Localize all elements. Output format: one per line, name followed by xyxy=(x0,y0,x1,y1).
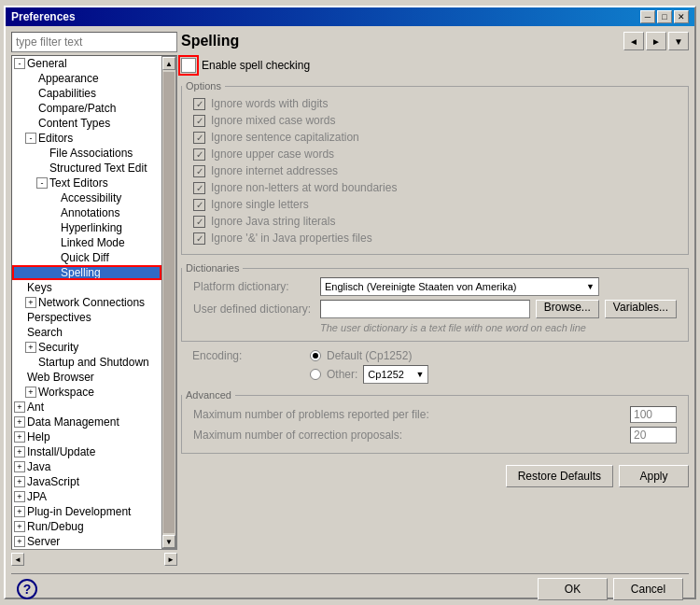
tree-item-security[interactable]: +Security xyxy=(12,340,161,355)
tree-item-workspace[interactable]: +Workspace xyxy=(12,385,161,400)
tree-item-content-types[interactable]: Content Types xyxy=(12,116,161,131)
dict-grid: Platform dictionary: Englisch (Vereinigt… xyxy=(193,277,677,333)
expander-java[interactable]: + xyxy=(14,461,25,472)
tree-item-accessibility[interactable]: Accessibility xyxy=(12,190,161,205)
expander-spacer-spelling xyxy=(48,267,59,278)
tree-item-startup-shutdown[interactable]: Startup and Shutdown xyxy=(12,355,161,370)
tree-item-text-editors[interactable]: -Text Editors xyxy=(12,176,161,190)
platform-dict-dropdown[interactable]: Englisch (Vereinigte Staaten von Amerika… xyxy=(320,277,599,296)
expander-run-debug[interactable]: + xyxy=(14,521,25,532)
tree-label-quick-diff: Quick Diff xyxy=(61,251,109,264)
expander-security[interactable]: + xyxy=(25,342,36,353)
option-checkbox-6[interactable] xyxy=(193,199,205,211)
option-checkbox-8[interactable] xyxy=(193,232,205,245)
apply-button[interactable]: Apply xyxy=(619,465,689,487)
max-problems-input[interactable] xyxy=(630,406,677,423)
expander-plugin-dev[interactable]: + xyxy=(14,506,25,517)
tree-item-file-assoc[interactable]: File Associations xyxy=(12,146,161,161)
default-encoding-radio[interactable] xyxy=(310,350,321,361)
expander-spacer-file-assoc xyxy=(36,148,48,159)
right-header: Spelling ◄ ► ▼ xyxy=(181,32,689,50)
tree-item-quick-diff[interactable]: Quick Diff xyxy=(12,250,161,265)
options-legend: Options xyxy=(182,80,225,91)
tree-item-server[interactable]: +Server xyxy=(12,534,161,549)
max-corrections-input[interactable] xyxy=(630,427,677,443)
search-input[interactable] xyxy=(11,32,177,52)
encoding-label: Encoding: xyxy=(192,349,304,362)
tree-item-install-update[interactable]: +Install/Update xyxy=(12,444,161,459)
option-checkbox-5[interactable] xyxy=(193,182,205,194)
expander-editors[interactable]: - xyxy=(25,133,36,144)
expander-network-connections[interactable]: + xyxy=(25,297,36,308)
expander-spacer-quick-diff xyxy=(48,252,59,263)
tree-label-search: Search xyxy=(27,326,63,339)
tree-item-appearance[interactable]: Appearance xyxy=(12,71,161,86)
tree-item-search[interactable]: Search xyxy=(12,325,161,340)
tree-item-javascript[interactable]: +JavaScript xyxy=(12,474,161,489)
variables-button[interactable]: Variables... xyxy=(605,300,677,318)
scroll-right-arrow[interactable]: ► xyxy=(164,553,177,566)
tree-item-structured-text[interactable]: Structured Text Edit xyxy=(12,161,161,176)
option-checkbox-7[interactable] xyxy=(193,216,205,228)
option-checkbox-0[interactable] xyxy=(193,98,205,110)
tree-label-linked-mode: Linked Mode xyxy=(61,236,125,249)
expander-help[interactable]: + xyxy=(14,431,25,443)
scroll-left-arrow[interactable]: ◄ xyxy=(11,553,24,566)
other-encoding-radio[interactable] xyxy=(310,369,321,380)
expander-jpa[interactable]: + xyxy=(14,491,25,502)
tree-item-keys[interactable]: Keys xyxy=(12,280,161,295)
back-button[interactable]: ◄ xyxy=(623,32,644,50)
maximize-button[interactable]: □ xyxy=(657,10,672,23)
tree-item-perspectives[interactable]: Perspectives xyxy=(12,310,161,325)
tree-item-compare-patch[interactable]: Compare/Patch xyxy=(12,101,161,116)
tree-item-jpa[interactable]: +JPA xyxy=(12,489,161,504)
option-checkbox-4[interactable] xyxy=(193,165,205,177)
enable-spell-checking-checkbox[interactable] xyxy=(181,58,196,73)
option-checkbox-2[interactable] xyxy=(193,132,205,144)
expander-server[interactable]: + xyxy=(14,536,25,547)
tree-item-linked-mode[interactable]: Linked Mode xyxy=(12,235,161,250)
scroll-down-arrow[interactable]: ▼ xyxy=(162,535,175,548)
expander-ant[interactable]: + xyxy=(14,401,25,413)
browse-button[interactable]: Browse... xyxy=(536,300,599,318)
expander-general[interactable]: - xyxy=(14,58,25,69)
tree-item-help[interactable]: +Help xyxy=(12,429,161,444)
cancel-button[interactable]: Cancel xyxy=(613,578,683,600)
encoding-dropdown[interactable]: Cp1252 ▼ xyxy=(363,365,428,384)
tree-label-perspectives: Perspectives xyxy=(27,311,91,324)
expander-data-management[interactable]: + xyxy=(14,416,25,428)
tree-item-java[interactable]: +Java xyxy=(12,459,161,474)
option-checkbox-3[interactable] xyxy=(193,148,205,161)
tree-item-spelling[interactable]: Spelling xyxy=(12,265,161,280)
tree-item-plugin-dev[interactable]: +Plug-in Development xyxy=(12,504,161,519)
expander-javascript[interactable]: + xyxy=(14,476,25,487)
tree-item-web-browser[interactable]: Web Browser xyxy=(12,370,161,385)
restore-defaults-button[interactable]: Restore Defaults xyxy=(506,465,613,487)
tree-item-ant[interactable]: +Ant xyxy=(12,400,161,415)
scroll-up-arrow[interactable]: ▲ xyxy=(162,57,175,70)
tree-item-general[interactable]: -General xyxy=(12,56,161,71)
tree-item-editors[interactable]: -Editors xyxy=(12,131,161,146)
close-button[interactable]: ✕ xyxy=(674,10,689,23)
bottom-bar: Restore Defaults Apply xyxy=(181,461,689,487)
user-dict-input[interactable] xyxy=(320,300,530,318)
minimize-button[interactable]: ─ xyxy=(640,10,655,23)
expander-install-update[interactable]: + xyxy=(14,446,25,457)
tree-item-data-management[interactable]: +Data Management xyxy=(12,415,161,429)
tree-item-annotations[interactable]: Annotations xyxy=(12,205,161,220)
scrollbar-vertical[interactable]: ▲ ▼ xyxy=(161,56,176,549)
ok-button[interactable]: OK xyxy=(538,578,608,600)
expander-workspace[interactable]: + xyxy=(25,387,36,398)
tree-item-capabilities[interactable]: Capabilities xyxy=(12,86,161,101)
tree-label-ant: Ant xyxy=(27,401,44,414)
expander-text-editors[interactable]: - xyxy=(36,177,48,189)
scroll-track-h xyxy=(24,553,164,568)
dropdown-arrow-button[interactable]: ▼ xyxy=(668,32,689,50)
tree-item-network-connections[interactable]: +Network Connections xyxy=(12,295,161,310)
scroll-thumb[interactable] xyxy=(163,72,175,533)
help-icon[interactable]: ? xyxy=(17,579,37,599)
option-checkbox-1[interactable] xyxy=(193,115,205,127)
tree-item-run-debug[interactable]: +Run/Debug xyxy=(12,519,161,534)
tree-item-hyperlinking[interactable]: Hyperlinking xyxy=(12,220,161,235)
forward-button[interactable]: ► xyxy=(646,32,666,50)
